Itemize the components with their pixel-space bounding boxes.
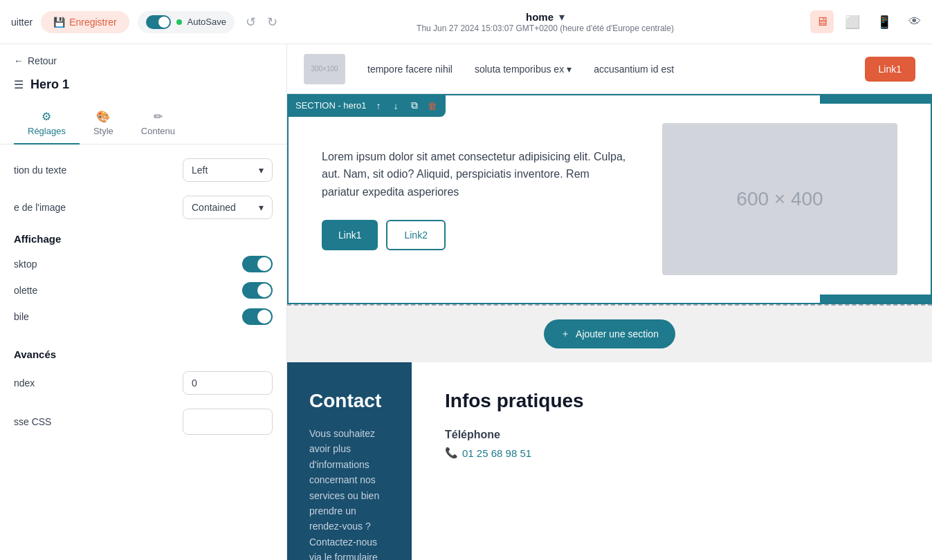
hero-image-size: 600 × 400: [736, 188, 823, 210]
hero-image-placeholder: 600 × 400: [662, 123, 897, 275]
hero-btn2[interactable]: Link2: [386, 220, 445, 250]
tab-contenu[interactable]: ✏ Contenu: [127, 103, 189, 144]
plus-icon: ＋: [560, 328, 570, 340]
redo-button[interactable]: ↻: [264, 12, 280, 32]
device-tablet-button[interactable]: ⬜: [839, 10, 866, 34]
panel-title: Hero 1: [30, 77, 69, 92]
phone-icon: 📞: [445, 447, 458, 459]
image-mode-select[interactable]: Contained ▾: [183, 196, 273, 219]
section-copy-button[interactable]: ⧉: [408, 98, 421, 113]
settings-icon: ⚙: [42, 110, 51, 123]
hero-section-wrapper: SECTION - hero1 ↑ ↓ ⧉ 🗑 Lorem ipsum dolo…: [287, 94, 932, 304]
add-section-button[interactable]: ＋ Ajouter une section: [544, 319, 675, 348]
autosave-dot: [176, 19, 182, 25]
image-mode-row: e de l'image Contained ▾: [14, 196, 273, 219]
z-index-label: ndex: [14, 377, 35, 389]
autosave-switch[interactable]: [146, 15, 171, 29]
save-icon: 💾: [53, 17, 65, 28]
section-move-up-button[interactable]: ↑: [374, 99, 384, 113]
nav-link-1[interactable]: tempore facere nihil: [367, 64, 453, 75]
page-dropdown-button[interactable]: ▾: [559, 10, 565, 24]
tablette-toggle-row: olette: [14, 282, 273, 299]
text-align-select[interactable]: Left ▾: [183, 158, 273, 182]
css-class-row: sse CSS: [14, 409, 273, 435]
topbar-right: 🖥 ⬜ 📱 👁: [810, 10, 921, 34]
z-index-row: ndex: [14, 371, 273, 395]
mobile-toggle[interactable]: [242, 308, 273, 325]
phone-value: 01 25 68 98 51: [462, 447, 531, 459]
section-delete-button[interactable]: 🗑: [428, 100, 437, 111]
edit-icon: ✏: [154, 110, 163, 123]
hero-btn1[interactable]: Link1: [322, 220, 378, 250]
undo-redo-group: ↺ ↻: [243, 12, 280, 32]
phone-label: Téléphone: [445, 429, 899, 441]
mobile-label: bile: [14, 311, 29, 322]
enregistrer-button[interactable]: 💾 Enregistrer: [41, 11, 129, 33]
desktop-toggle-row: sktop: [14, 256, 273, 272]
desktop-toggle[interactable]: [242, 256, 273, 272]
infos-pratiques-title: Infos pratiques: [445, 390, 899, 412]
text-align-row: tion du texte Left ▾: [14, 158, 273, 182]
page-title: home: [526, 11, 554, 23]
device-desktop-button[interactable]: 🖥: [810, 10, 834, 33]
mobile-toggle-row: bile: [14, 308, 273, 325]
phone-number: 📞 01 25 68 98 51: [445, 447, 899, 459]
css-class-label: sse CSS: [14, 416, 51, 427]
desktop-label: sktop: [14, 259, 37, 270]
canvas-navbar: 300×100 tempore facere nihil soluta temp…: [287, 44, 932, 94]
style-icon: 🎨: [96, 110, 110, 123]
autosave-toggle: AutoSave: [138, 11, 235, 33]
image-mode-label: e de l'image: [14, 202, 66, 213]
quitter-button[interactable]: uitter: [11, 17, 33, 28]
tablette-toggle[interactable]: [242, 282, 273, 299]
nav-link-3[interactable]: accusantium id est: [594, 64, 674, 75]
back-arrow-icon: ←: [14, 55, 24, 66]
preview-button[interactable]: 👁: [908, 15, 921, 29]
add-section-row: ＋ Ajouter une section: [287, 304, 932, 362]
back-label: Retour: [28, 55, 57, 66]
tab-reglages-label: Réglages: [28, 126, 66, 136]
back-button[interactable]: ← Retour: [0, 44, 71, 72]
canvas-logo: 300×100: [304, 54, 345, 84]
tabs-row: ⚙ Réglages 🎨 Style ✏ Contenu: [0, 103, 286, 144]
text-align-label: tion du texte: [14, 165, 66, 176]
device-mobile-button[interactable]: 📱: [871, 10, 897, 34]
nav-link-2[interactable]: soluta temporibus ex ▾: [475, 64, 572, 75]
section-move-down-button[interactable]: ↓: [391, 99, 401, 113]
left-panel: ← Retour ☰ Hero 1 ⚙ Réglages 🎨 Style ✏ C…: [0, 44, 287, 560]
contact-title: Contact: [309, 390, 390, 412]
autosave-label: AutoSave: [188, 17, 226, 27]
section-reglages-content: tion du texte Left ▾ e de l'image Contai…: [0, 144, 286, 348]
chevron-down-icon-2: ▾: [259, 202, 264, 213]
contact-subtitle: Vous souhaitez avoir plus d'informations…: [309, 426, 390, 560]
hero-text: Lorem ipsum dolor sit amet consectetur a…: [322, 148, 626, 201]
panel-title-row: ☰ Hero 1: [0, 72, 286, 103]
undo-button[interactable]: ↺: [243, 12, 259, 32]
topbar-center: home ▾ Thu Jun 27 2024 15:03:07 GMT+0200…: [417, 10, 674, 33]
affichage-title: Affichage: [14, 233, 273, 245]
page-subtitle: Thu Jun 27 2024 15:03:07 GMT+0200 (heure…: [417, 24, 674, 33]
topbar: uitter 💾 Enregistrer AutoSave ↺ ↻ home ▾…: [0, 0, 932, 44]
avances-title: Avancés: [14, 348, 273, 360]
section-toolbar-label: SECTION - hero1: [295, 100, 367, 111]
nav-cta-button[interactable]: Link1: [865, 57, 915, 82]
z-index-input[interactable]: [183, 371, 273, 395]
chevron-nav-icon: ▾: [567, 64, 572, 75]
contact-right: Infos pratiques Téléphone 📞 01 25 68 98 …: [412, 362, 932, 560]
tab-style[interactable]: 🎨 Style: [80, 103, 127, 144]
hero-buttons: Link1 Link2: [322, 220, 629, 250]
hero-section: Lorem ipsum dolor sit amet consectetur a…: [287, 94, 932, 304]
chevron-down-icon: ▾: [259, 165, 264, 176]
panel-title-icon: ☰: [14, 78, 24, 91]
device-icons: 🖥 ⬜ 📱: [810, 10, 897, 34]
main-layout: ← Retour ☰ Hero 1 ⚙ Réglages 🎨 Style ✏ C…: [0, 44, 932, 560]
topbar-left: uitter 💾 Enregistrer AutoSave ↺ ↻: [11, 11, 280, 33]
contact-section: Contact Vous souhaitez avoir plus d'info…: [287, 362, 932, 560]
contact-left: Contact Vous souhaitez avoir plus d'info…: [287, 362, 412, 560]
image-mode-value: Contained: [192, 202, 236, 213]
teal-bar-bottom: [820, 295, 931, 303]
teal-bar-top: [820, 95, 931, 104]
tablette-label: olette: [14, 285, 37, 296]
tab-reglages[interactable]: ⚙ Réglages: [14, 103, 80, 144]
css-class-input[interactable]: [183, 409, 273, 435]
